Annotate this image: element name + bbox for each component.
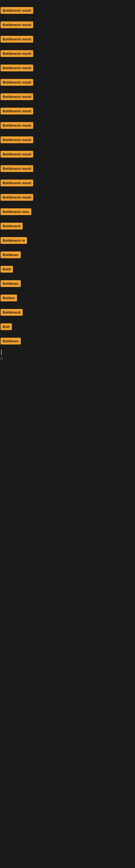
bottleneck-badge-13: Bottleneck result [1,180,33,186]
bottleneck-item-3: Bottleneck result [1,32,135,46]
bottleneck-item-6: Bottleneck result [1,75,135,90]
bottleneck-item-9: Bottleneck result [1,118,135,133]
bottleneck-item-8: Bottleneck result [1,104,135,118]
bottleneck-item-10: Bottleneck result [1,133,135,147]
bottleneck-badge-3: Bottleneck result [1,36,33,42]
bottleneck-badge-16: Bottleneck [1,223,23,229]
bottleneck-item-11: Bottleneck result [1,147,135,161]
bottleneck-item-14: Bottleneck result [1,190,135,205]
bottleneck-badge-15: Bottleneck resu [1,208,31,215]
bottleneck-item-5: Bottleneck result [1,61,135,75]
bottleneck-badge-24: Bottlenec [1,338,21,344]
bottleneck-badge-1: Bottleneck result [1,7,33,14]
bottleneck-item-2: Bottleneck result [1,18,135,32]
bottleneck-badge-11: Bottleneck result [1,151,33,158]
bottleneck-badge-7: Bottleneck result [1,93,33,100]
bottleneck-badge-18: Bottlenec [1,251,21,258]
bottleneck-item-15: Bottleneck resu [1,205,135,219]
bottleneck-badge-20: Bottlenec [1,280,21,287]
bottleneck-item-20: Bottlenec [1,276,135,291]
page-wrapper: Bottleneck resultBottleneck resultBottle… [0,0,135,868]
bottleneck-item-12: Bottleneck result [1,161,135,176]
bottleneck-item-19: Bottl [1,262,135,276]
bottleneck-item-1: Bottleneck result [1,3,135,18]
trailing-char: 0 [0,355,135,362]
site-header [0,0,135,3]
bottleneck-badge-4: Bottleneck result [1,50,33,57]
bottleneck-item-21: Bottlen [1,291,135,305]
bottleneck-badge-9: Bottleneck result [1,122,33,129]
bottleneck-item-16: Bottleneck [1,219,135,233]
bottleneck-item-13: Bottleneck result [1,176,135,190]
bottleneck-item-7: Bottleneck result [1,90,135,104]
bottleneck-badge-23: Bott [1,323,12,330]
bottleneck-badge-12: Bottleneck result [1,165,33,172]
bottleneck-badge-21: Bottlen [1,294,17,301]
bottleneck-badge-14: Bottleneck result [1,194,33,201]
bottleneck-badge-8: Bottleneck result [1,108,33,115]
bottleneck-item-24: Bottlenec [1,334,135,348]
bottleneck-item-23: Bott [1,319,135,334]
bottleneck-item-22: Bottleneck [1,305,135,319]
bottleneck-item-17: Bottleneck re [1,233,135,248]
bottleneck-badge-22: Bottleneck [1,309,23,316]
items-container: Bottleneck resultBottleneck resultBottle… [0,3,135,348]
bottleneck-badge-19: Bottl [1,266,13,273]
bottleneck-badge-17: Bottleneck re [1,237,27,244]
cursor-indicator [1,349,2,355]
bottleneck-badge-5: Bottleneck result [1,65,33,71]
bottleneck-badge-10: Bottleneck result [1,136,33,143]
bottleneck-badge-2: Bottleneck result [1,22,33,28]
bottleneck-item-4: Bottleneck result [1,46,135,61]
bottleneck-badge-6: Bottleneck result [1,79,33,86]
bottleneck-item-18: Bottlenec [1,248,135,262]
